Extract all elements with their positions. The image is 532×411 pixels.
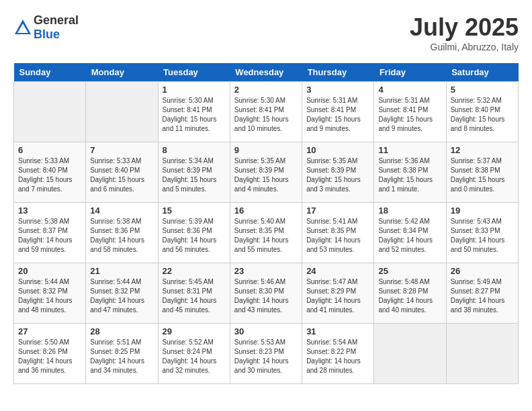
day-number: 18	[378, 205, 441, 216]
day-number: 31	[306, 326, 369, 336]
day-info: Sunrise: 5:44 AMSunset: 8:32 PMDaylight:…	[18, 277, 81, 315]
day-info: Sunrise: 5:33 AMSunset: 8:40 PMDaylight:…	[18, 156, 81, 194]
day-info: Sunrise: 5:31 AMSunset: 8:41 PMDaylight:…	[378, 96, 441, 134]
day-info: Sunrise: 5:38 AMSunset: 8:37 PMDaylight:…	[18, 217, 81, 255]
calendar-cell: 21Sunrise: 5:44 AMSunset: 8:32 PMDayligh…	[86, 263, 158, 324]
weekday-header-sunday: Sunday	[14, 63, 86, 82]
day-number: 5	[451, 85, 514, 95]
day-number: 2	[234, 85, 298, 95]
day-info: Sunrise: 5:42 AMSunset: 8:34 PMDaylight:…	[378, 217, 441, 255]
calendar-cell: 2Sunrise: 5:30 AMSunset: 8:41 PMDaylight…	[230, 82, 302, 142]
day-number: 28	[90, 326, 153, 336]
day-number: 25	[378, 266, 441, 276]
logo-blue: Blue	[34, 28, 60, 41]
day-number: 13	[18, 205, 81, 216]
day-number: 26	[451, 266, 514, 276]
day-info: Sunrise: 5:35 AMSunset: 8:39 PMDaylight:…	[234, 156, 298, 194]
day-info: Sunrise: 5:47 AMSunset: 8:29 PMDaylight:…	[306, 277, 369, 315]
day-number: 19	[451, 205, 514, 216]
day-info: Sunrise: 5:50 AMSunset: 8:26 PMDaylight:…	[18, 338, 81, 375]
week-row-3: 13Sunrise: 5:38 AMSunset: 8:37 PMDayligh…	[14, 203, 519, 263]
day-number: 14	[90, 205, 153, 216]
week-row-2: 6Sunrise: 5:33 AMSunset: 8:40 PMDaylight…	[14, 142, 519, 203]
day-info: Sunrise: 5:41 AMSunset: 8:35 PMDaylight:…	[306, 217, 369, 255]
page-header: General Blue July 2025 Guilmi, Abruzzo, …	[13, 13, 519, 52]
calendar-cell	[14, 82, 86, 142]
day-info: Sunrise: 5:46 AMSunset: 8:30 PMDaylight:…	[234, 277, 298, 315]
week-row-5: 27Sunrise: 5:50 AMSunset: 8:26 PMDayligh…	[14, 324, 519, 384]
day-info: Sunrise: 5:30 AMSunset: 8:41 PMDaylight:…	[234, 96, 298, 134]
day-number: 15	[163, 205, 226, 216]
day-info: Sunrise: 5:43 AMSunset: 8:33 PMDaylight:…	[451, 217, 514, 255]
weekday-header-monday: Monday	[86, 63, 158, 82]
calendar-cell: 29Sunrise: 5:52 AMSunset: 8:24 PMDayligh…	[158, 324, 230, 384]
calendar-cell: 10Sunrise: 5:35 AMSunset: 8:39 PMDayligh…	[302, 142, 374, 203]
day-number: 8	[163, 145, 226, 155]
calendar-body: 1Sunrise: 5:30 AMSunset: 8:41 PMDaylight…	[14, 82, 519, 384]
logo-text: General Blue	[34, 13, 79, 42]
day-number: 22	[163, 266, 226, 276]
calendar-cell: 16Sunrise: 5:40 AMSunset: 8:35 PMDayligh…	[230, 203, 302, 263]
calendar-cell: 23Sunrise: 5:46 AMSunset: 8:30 PMDayligh…	[230, 263, 302, 324]
day-info: Sunrise: 5:38 AMSunset: 8:36 PMDaylight:…	[90, 217, 153, 255]
calendar-cell: 22Sunrise: 5:45 AMSunset: 8:31 PMDayligh…	[158, 263, 230, 324]
calendar-table: SundayMondayTuesdayWednesdayThursdayFrid…	[13, 63, 519, 384]
calendar-cell: 9Sunrise: 5:35 AMSunset: 8:39 PMDaylight…	[230, 142, 302, 203]
day-number: 12	[451, 145, 514, 155]
calendar-cell	[86, 82, 158, 142]
day-info: Sunrise: 5:39 AMSunset: 8:36 PMDaylight:…	[163, 217, 226, 255]
calendar-cell: 3Sunrise: 5:31 AMSunset: 8:41 PMDaylight…	[302, 82, 374, 142]
day-number: 7	[90, 145, 153, 155]
day-info: Sunrise: 5:37 AMSunset: 8:38 PMDaylight:…	[451, 156, 514, 194]
day-info: Sunrise: 5:45 AMSunset: 8:31 PMDaylight:…	[163, 277, 226, 315]
day-info: Sunrise: 5:44 AMSunset: 8:32 PMDaylight:…	[90, 277, 153, 315]
day-number: 29	[163, 326, 226, 336]
day-info: Sunrise: 5:31 AMSunset: 8:41 PMDaylight:…	[306, 96, 369, 134]
weekday-header-saturday: Saturday	[446, 63, 518, 82]
calendar-cell: 18Sunrise: 5:42 AMSunset: 8:34 PMDayligh…	[374, 203, 446, 263]
logo: General Blue	[13, 13, 79, 42]
calendar-cell: 7Sunrise: 5:33 AMSunset: 8:40 PMDaylight…	[86, 142, 158, 203]
day-info: Sunrise: 5:32 AMSunset: 8:40 PMDaylight:…	[451, 96, 514, 134]
day-number: 1	[163, 85, 226, 95]
weekday-header-thursday: Thursday	[302, 63, 374, 82]
calendar-cell: 28Sunrise: 5:51 AMSunset: 8:25 PMDayligh…	[86, 324, 158, 384]
day-number: 3	[306, 85, 369, 95]
day-info: Sunrise: 5:54 AMSunset: 8:22 PMDaylight:…	[306, 338, 369, 375]
calendar-cell	[374, 324, 446, 384]
day-number: 11	[378, 145, 441, 155]
day-info: Sunrise: 5:35 AMSunset: 8:39 PMDaylight:…	[306, 156, 369, 194]
day-info: Sunrise: 5:30 AMSunset: 8:41 PMDaylight:…	[163, 96, 226, 134]
calendar-cell: 30Sunrise: 5:53 AMSunset: 8:23 PMDayligh…	[230, 324, 302, 384]
day-number: 23	[234, 266, 298, 276]
day-info: Sunrise: 5:51 AMSunset: 8:25 PMDaylight:…	[90, 338, 153, 375]
calendar-cell: 17Sunrise: 5:41 AMSunset: 8:35 PMDayligh…	[302, 203, 374, 263]
day-number: 6	[18, 145, 81, 155]
day-number: 16	[234, 205, 298, 216]
calendar-cell: 20Sunrise: 5:44 AMSunset: 8:32 PMDayligh…	[14, 263, 86, 324]
day-number: 21	[90, 266, 153, 276]
day-info: Sunrise: 5:48 AMSunset: 8:28 PMDaylight:…	[378, 277, 441, 315]
calendar-cell	[446, 324, 518, 384]
day-number: 27	[18, 326, 81, 336]
day-info: Sunrise: 5:52 AMSunset: 8:24 PMDaylight:…	[163, 338, 226, 375]
calendar-cell: 13Sunrise: 5:38 AMSunset: 8:37 PMDayligh…	[14, 203, 86, 263]
logo-general: General	[34, 13, 79, 27]
day-info: Sunrise: 5:33 AMSunset: 8:40 PMDaylight:…	[90, 156, 153, 194]
day-number: 24	[306, 266, 369, 276]
weekday-row: SundayMondayTuesdayWednesdayThursdayFrid…	[14, 63, 519, 82]
weekday-header-friday: Friday	[374, 63, 446, 82]
day-info: Sunrise: 5:40 AMSunset: 8:35 PMDaylight:…	[234, 217, 298, 255]
weekday-header-wednesday: Wednesday	[230, 63, 302, 82]
calendar-cell: 27Sunrise: 5:50 AMSunset: 8:26 PMDayligh…	[14, 324, 86, 384]
calendar-cell: 11Sunrise: 5:36 AMSunset: 8:38 PMDayligh…	[374, 142, 446, 203]
calendar-cell: 25Sunrise: 5:48 AMSunset: 8:28 PMDayligh…	[374, 263, 446, 324]
calendar-cell: 12Sunrise: 5:37 AMSunset: 8:38 PMDayligh…	[446, 142, 518, 203]
location-subtitle: Guilmi, Abruzzo, Italy	[410, 42, 519, 52]
day-number: 30	[234, 326, 298, 336]
calendar-cell: 24Sunrise: 5:47 AMSunset: 8:29 PMDayligh…	[302, 263, 374, 324]
logo-icon	[13, 18, 32, 37]
title-block: July 2025 Guilmi, Abruzzo, Italy	[410, 13, 519, 52]
calendar-cell: 14Sunrise: 5:38 AMSunset: 8:36 PMDayligh…	[86, 203, 158, 263]
day-number: 17	[306, 205, 369, 216]
